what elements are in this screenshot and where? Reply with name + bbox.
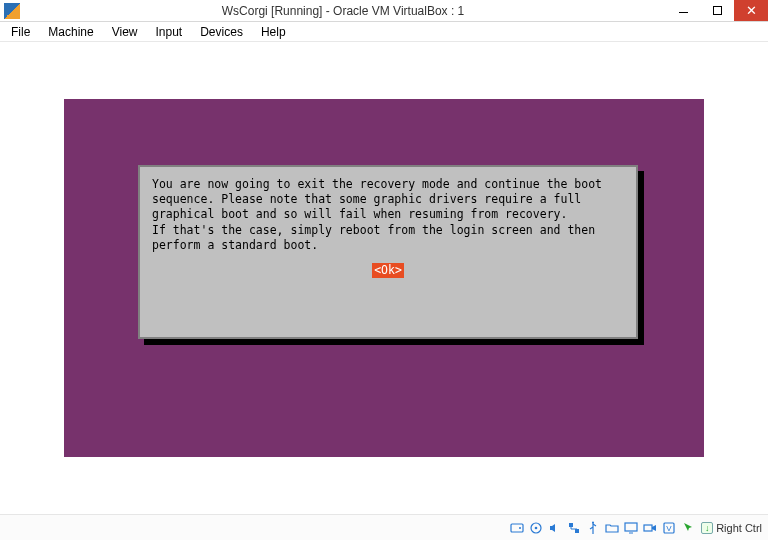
window-titlebar: WsCorgi [Running] - Oracle VM VirtualBox… <box>0 0 768 22</box>
vm-framebuffer[interactable]: You are now going to exit the recovery m… <box>64 99 704 457</box>
optical-drive-icon[interactable] <box>528 520 544 536</box>
window-controls: ✕ <box>666 0 768 21</box>
svg-point-3 <box>535 526 538 529</box>
menu-bar: File Machine View Input Devices Help <box>0 22 768 42</box>
mouse-integration-icon[interactable] <box>680 520 696 536</box>
close-button[interactable]: ✕ <box>734 0 768 21</box>
svg-point-6 <box>592 521 594 523</box>
audio-icon[interactable] <box>547 520 563 536</box>
recovery-exit-dialog: You are now going to exit the recovery m… <box>138 165 638 339</box>
menu-devices[interactable]: Devices <box>193 23 250 41</box>
host-key-arrow-icon: ↓ <box>701 522 713 534</box>
display-icon[interactable] <box>623 520 639 536</box>
menu-file[interactable]: File <box>4 23 37 41</box>
host-key-indicator[interactable]: ↓ Right Ctrl <box>701 522 762 534</box>
network-icon[interactable] <box>566 520 582 536</box>
host-key-label: Right Ctrl <box>716 522 762 534</box>
usb-icon[interactable] <box>585 520 601 536</box>
svg-rect-8 <box>644 525 652 531</box>
menu-machine[interactable]: Machine <box>41 23 100 41</box>
ok-button[interactable]: <Ok> <box>372 263 404 278</box>
shared-folder-icon[interactable] <box>604 520 620 536</box>
svg-text:V: V <box>666 524 672 533</box>
maximize-button[interactable] <box>700 0 734 21</box>
svg-rect-4 <box>569 523 573 527</box>
menu-input[interactable]: Input <box>149 23 190 41</box>
svg-rect-7 <box>625 523 637 531</box>
dialog-message: You are now going to exit the recovery m… <box>152 177 624 253</box>
svg-point-1 <box>519 527 521 529</box>
virtualbox-app-icon <box>4 3 20 19</box>
hard-disk-icon[interactable] <box>509 520 525 536</box>
virtualization-icon[interactable]: V <box>661 520 677 536</box>
status-bar: V ↓ Right Ctrl <box>0 514 768 540</box>
vm-client-area: You are now going to exit the recovery m… <box>0 42 768 514</box>
svg-rect-0 <box>511 524 523 532</box>
menu-help[interactable]: Help <box>254 23 293 41</box>
minimize-button[interactable] <box>666 0 700 21</box>
recording-icon[interactable] <box>642 520 658 536</box>
window-title: WsCorgi [Running] - Oracle VM VirtualBox… <box>20 4 666 18</box>
menu-view[interactable]: View <box>105 23 145 41</box>
